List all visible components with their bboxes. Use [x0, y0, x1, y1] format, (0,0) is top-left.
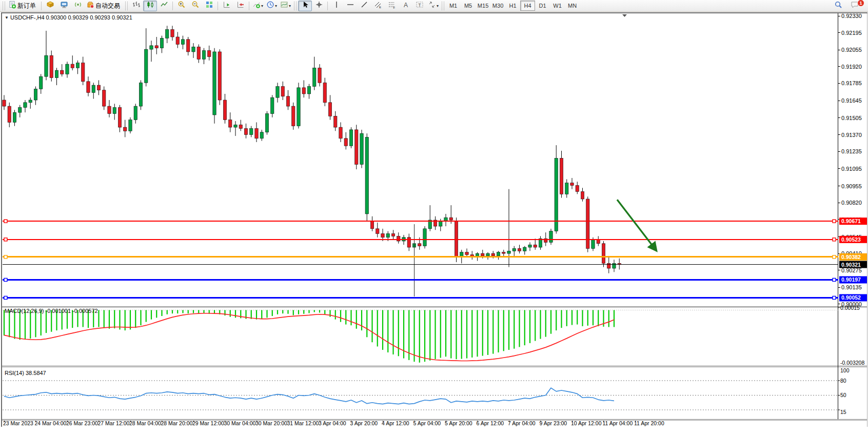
tile-windows-button[interactable]: [202, 1, 216, 11]
time-axis-label[interactable]: 7 Apr 04:00: [508, 420, 536, 426]
timeframe-h4-button[interactable]: H4: [520, 1, 535, 11]
text-button[interactable]: A: [399, 1, 412, 11]
line-handle-left[interactable]: [4, 238, 7, 241]
toolbar-grip[interactable]: [442, 2, 444, 10]
candle-body: [507, 251, 510, 253]
timeframe-m1-button[interactable]: M1: [446, 1, 461, 11]
candlestick-chart-button[interactable]: [143, 1, 157, 11]
line-handle-right[interactable]: [833, 296, 836, 299]
timeframe-h1-button[interactable]: H1: [505, 1, 520, 11]
candle-body: [223, 100, 226, 120]
line-chart-button[interactable]: [157, 1, 171, 11]
candle-body: [192, 47, 195, 52]
time-axis-label[interactable]: 3 Apr 04:00: [319, 420, 346, 426]
time-axis-label[interactable]: 30 Mar 20:00: [255, 420, 287, 426]
candle-body: [481, 253, 484, 256]
text-label-button[interactable]: T: [412, 1, 426, 11]
candle-body: [607, 263, 610, 268]
line-handle-right[interactable]: [833, 255, 836, 259]
timeframe-m5-button[interactable]: M5: [461, 1, 476, 11]
candle-body: [265, 114, 268, 132]
candle-body: [108, 106, 111, 113]
candle-body: [40, 76, 43, 89]
time-axis-label[interactable]: 28 Mar 04:00: [129, 420, 161, 426]
notification-badge: 1: [857, 0, 864, 7]
time-axis-label[interactable]: 24 Mar 04:00: [35, 420, 67, 426]
time-axis-label[interactable]: 26 Mar 23:00: [66, 420, 98, 426]
chart-shift-button[interactable]: [233, 1, 247, 11]
chart-canvas[interactable]: 0.923300.921950.920550.919200.917850.916…: [0, 0, 868, 435]
candle-body: [82, 63, 85, 82]
toolbar-grip[interactable]: [3, 2, 5, 10]
candle-body: [76, 63, 79, 68]
templates-button[interactable]: ▾: [279, 1, 292, 11]
time-axis-label[interactable]: 29 Mar 12:00: [192, 420, 224, 426]
fibonacci-button[interactable]: F: [385, 1, 399, 11]
time-axis-label[interactable]: 5 Apr 20:00: [445, 420, 472, 426]
line-handle-left[interactable]: [4, 220, 7, 223]
zoom-in-icon: [177, 1, 186, 11]
main-toolbar: 新订单 自动交易: [0, 0, 868, 12]
new-order-label: 新订单: [17, 2, 36, 10]
candlestick-chart-icon: [146, 1, 154, 11]
channel-button[interactable]: E: [371, 1, 385, 11]
time-axis-label[interactable]: 11 Apr 04:00: [603, 420, 633, 426]
indicators-button[interactable]: ▾: [251, 1, 265, 11]
toolbar-grip[interactable]: [294, 2, 297, 10]
periods-button[interactable]: ▾: [265, 1, 279, 11]
line-handle-right[interactable]: [833, 238, 836, 241]
line-price-label-text: 0.90052: [841, 294, 861, 301]
timeframe-m30-button[interactable]: M30: [490, 1, 505, 11]
terminal-button[interactable]: [57, 1, 71, 11]
line-handle-left[interactable]: [4, 278, 7, 281]
time-axis-label[interactable]: 23 Mar 2023: [3, 420, 33, 426]
new-order-button[interactable]: 新订单: [7, 1, 40, 11]
svg-text:A: A: [404, 2, 408, 9]
chart-title[interactable]: ▼USDCHF-,H4 0.90300 0.90329 0.90293 0.90…: [5, 14, 132, 21]
bar-chart-button[interactable]: [129, 1, 143, 11]
toolbar-grip[interactable]: [125, 2, 128, 10]
time-axis-label[interactable]: 10 Apr 12:00: [571, 420, 602, 426]
market-watch-button[interactable]: [43, 1, 57, 11]
cursor-button[interactable]: [298, 1, 312, 11]
time-axis-label[interactable]: 28 Mar 20:00: [161, 420, 193, 426]
arrows-button[interactable]: ▾: [426, 1, 440, 11]
line-handle-left[interactable]: [4, 255, 7, 259]
line-handle-left[interactable]: [4, 296, 7, 299]
candle-body: [239, 125, 242, 128]
time-axis-label[interactable]: 27 Mar 12:00: [98, 420, 130, 426]
timeframe-mn-button[interactable]: MN: [565, 1, 580, 11]
time-axis-label[interactable]: 4 Apr 12:00: [382, 420, 409, 426]
time-axis-label[interactable]: 5 Apr 04:00: [413, 420, 441, 426]
search-button[interactable]: [831, 1, 845, 11]
zoom-in-button[interactable]: [174, 1, 188, 11]
crosshair-button[interactable]: [312, 1, 326, 11]
time-axis-label[interactable]: 30 Mar 04:00: [224, 420, 256, 426]
timeframe-d1-button[interactable]: D1: [535, 1, 550, 11]
candle-body: [323, 83, 326, 103]
candle-body: [145, 49, 148, 83]
line-handle-right[interactable]: [833, 278, 836, 281]
trendline-button[interactable]: [357, 1, 371, 11]
timeframe-w1-button[interactable]: W1: [550, 1, 565, 11]
time-axis-label[interactable]: 31 Mar 12:00: [287, 420, 319, 426]
auto-trading-button[interactable]: 自动交易: [85, 1, 124, 11]
time-axis-label[interactable]: 11 Apr 20:00: [634, 420, 664, 426]
line-handle-right[interactable]: [833, 220, 836, 223]
vertical-line-button[interactable]: [329, 1, 343, 11]
signals-button[interactable]: [71, 1, 85, 11]
time-axis-label[interactable]: 6 Apr 12:00: [477, 420, 504, 426]
time-axis-label[interactable]: 9 Apr 23:00: [540, 420, 567, 426]
toolbar-separator: [41, 2, 42, 10]
collapse-triangle-icon[interactable]: ▼: [5, 15, 9, 20]
svg-text:E: E: [379, 6, 381, 9]
timeframe-m15-button[interactable]: M15: [476, 1, 490, 11]
horizontal-line-button[interactable]: [343, 1, 357, 11]
zoom-out-button[interactable]: [188, 1, 202, 11]
candle-body: [29, 100, 32, 103]
auto-scroll-button[interactable]: [220, 1, 233, 11]
chevron-down-icon: ▾: [261, 4, 263, 8]
candle-body: [497, 252, 500, 256]
notifications-button[interactable]: 1: [848, 1, 862, 11]
time-axis-label[interactable]: 3 Apr 20:00: [350, 420, 378, 426]
